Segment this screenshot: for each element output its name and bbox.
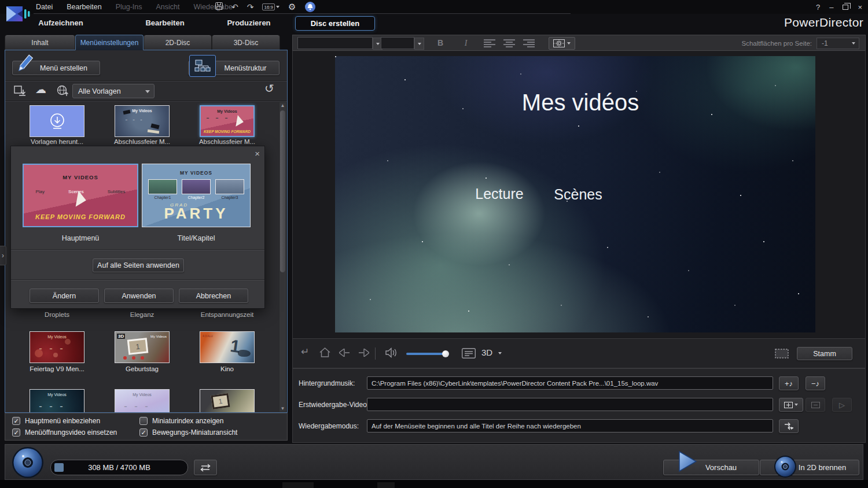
- change-disc-capacity-button[interactable]: [194, 460, 217, 475]
- menu-datei[interactable]: Datei: [36, 3, 53, 11]
- menubar-divider: [34, 13, 571, 14]
- menu-list-icon[interactable]: [462, 348, 476, 361]
- checkbox-label: Hauptmenü einbeziehen: [25, 417, 100, 425]
- add-music-button[interactable]: +♪: [779, 376, 799, 390]
- template-tile[interactable]: 1: [200, 389, 255, 413]
- tab-produzieren[interactable]: Produzieren: [211, 16, 286, 31]
- firstplay-video-input[interactable]: [367, 398, 773, 411]
- template-tile-selected[interactable]: My Videos ▬▬▬ KEEP MOVING FORWARD: [200, 105, 255, 137]
- tab-3d-disc[interactable]: 3D-Disc: [212, 35, 280, 50]
- template-download-tile[interactable]: [30, 105, 84, 137]
- playback-mode-input[interactable]: [367, 419, 773, 432]
- minimize-icon[interactable]: –: [829, 3, 833, 12]
- home-icon[interactable]: [319, 347, 330, 360]
- main-menu-preview[interactable]: MY VIDEOS Play Scenes Subtitles KEEP MOV…: [23, 164, 138, 227]
- gear-icon[interactable]: ⚙: [288, 2, 296, 12]
- film-frame-icon[interactable]: [775, 349, 789, 361]
- cloud-icon[interactable]: ☁: [35, 83, 46, 96]
- scrollbar-down-icon[interactable]: ▼: [279, 405, 286, 412]
- return-icon[interactable]: ↵: [301, 346, 309, 358]
- template-tile[interactable]: My Videos ▪▪▪▪▪▪: [115, 105, 170, 137]
- globe-icon[interactable]: [56, 85, 69, 99]
- help-icon[interactable]: ?: [816, 3, 820, 12]
- menu-bearbeiten[interactable]: Bearbeiten: [67, 3, 101, 11]
- cancel-button[interactable]: Abbrechen: [179, 289, 248, 303]
- scrollbar-thumb[interactable]: [280, 110, 285, 272]
- app-name: PowerDirector: [784, 16, 863, 29]
- template-tile[interactable]: My Videos ▬▬▬: [30, 331, 84, 363]
- 3d-mode-selector[interactable]: 3D: [481, 347, 502, 357]
- checkbox-check-icon: ✓: [13, 429, 19, 436]
- dialog-close-icon[interactable]: ×: [255, 149, 260, 158]
- capacity-used-chunk: [54, 463, 64, 472]
- volume-slider[interactable]: [406, 353, 448, 355]
- preview-button[interactable]: Vorschau: [663, 460, 759, 475]
- prev-icon[interactable]: [339, 349, 351, 359]
- disc-menu-scenes-button[interactable]: Scènes: [554, 186, 602, 203]
- template-tile[interactable]: My Videos ▬▬▬: [30, 389, 84, 413]
- align-right-icon[interactable]: [523, 39, 535, 50]
- template-label: Abschlussfeier M...: [102, 138, 182, 145]
- template-filter-select[interactable]: Alle Vorlagen: [72, 84, 155, 98]
- chapter-menu-preview[interactable]: MY VIDEOS Chapter1 Chapter2 Chapter3 GRA…: [142, 164, 251, 227]
- apply-all-pages-button[interactable]: Auf alle Seiten anwenden: [93, 258, 184, 272]
- save-icon[interactable]: [215, 2, 223, 12]
- remove-music-button[interactable]: −♪: [806, 376, 825, 390]
- next-icon[interactable]: [358, 349, 369, 359]
- apply-button[interactable]: Anwenden: [104, 289, 174, 303]
- menubar: Datei Bearbeiten Plug-Ins Ansicht Wieder…: [0, 0, 868, 14]
- import-template-icon[interactable]: [13, 85, 27, 99]
- checkbox-check-icon: ✓: [141, 429, 146, 436]
- remove-music-icon: −♪: [811, 379, 819, 388]
- undo-icon[interactable]: ↶: [231, 2, 238, 12]
- template-label: Vorlagen herunt...: [17, 138, 97, 145]
- add-firstplay-button[interactable]: [779, 398, 803, 412]
- background-music-input[interactable]: [367, 376, 773, 390]
- burn-2d-button[interactable]: In 2D brennen: [760, 460, 859, 475]
- buttons-per-page-select[interactable]: -1: [816, 38, 859, 49]
- swap-icon: [200, 464, 211, 472]
- bold-button[interactable]: B: [433, 37, 448, 49]
- italic-button[interactable]: I: [458, 37, 473, 49]
- tab-inhalt[interactable]: Inhalt: [5, 35, 75, 50]
- template-tile[interactable]: 3D My Videos 1: [115, 331, 170, 363]
- font-size-select[interactable]: [381, 37, 414, 49]
- capacity-display: 308 MB / 4700 MB: [50, 460, 188, 475]
- font-size-caret[interactable]: [414, 38, 424, 50]
- buttons-per-page-label: Schaltflächen pro Seite:: [742, 35, 812, 51]
- restore-icon[interactable]: [843, 5, 848, 10]
- button-layout-grid[interactable]: [549, 37, 575, 50]
- redo-icon[interactable]: ↷: [247, 2, 254, 12]
- checkbox-menuvideo[interactable]: ✓: [12, 428, 20, 437]
- playback-mode-button[interactable]: [779, 419, 799, 433]
- template-tile[interactable]: My Videos ▬▬▬: [115, 389, 170, 413]
- refresh-icon[interactable]: ↺: [264, 82, 274, 95]
- tab-2d-disc[interactable]: 2D-Disc: [144, 35, 212, 50]
- checkbox-hauptmenu[interactable]: ✓: [12, 417, 20, 425]
- disc-menu-play-button[interactable]: Lecture: [475, 186, 523, 202]
- template-label: Droplets: [17, 311, 97, 318]
- align-center-icon[interactable]: [503, 39, 515, 50]
- font-family-select[interactable]: [297, 37, 373, 49]
- aspect-ratio-icon[interactable]: 16:9: [262, 3, 279, 10]
- checkbox-bewegung[interactable]: ✓: [139, 428, 148, 437]
- volume-knob[interactable]: [442, 350, 449, 357]
- change-button[interactable]: Ändern: [30, 289, 99, 303]
- disc-menu-title[interactable]: Mes vidéos: [522, 90, 639, 116]
- close-icon[interactable]: ×: [858, 3, 862, 12]
- tab-bearbeiten[interactable]: Bearbeiten: [127, 16, 203, 31]
- checkbox-miniaturindex[interactable]: [139, 417, 148, 425]
- panel-collapse-handle[interactable]: ›: [0, 246, 6, 265]
- bell-icon[interactable]: [305, 2, 315, 12]
- play-triangle-icon: [676, 450, 698, 475]
- root-menu-button[interactable]: Stamm: [797, 347, 852, 360]
- download-icon: [47, 112, 67, 131]
- template-tile[interactable]: 4:3 ALU 1: [200, 331, 255, 363]
- tab-menueeinstellungen[interactable]: Menüeinstellungen: [75, 35, 144, 50]
- template-label: Eleganz: [102, 311, 182, 318]
- speaker-icon[interactable]: [385, 347, 398, 360]
- align-left-icon[interactable]: [484, 39, 495, 50]
- scrollbar-up-icon[interactable]: ▲: [279, 102, 286, 109]
- tab-disc-erstellen[interactable]: Disc erstellen: [295, 16, 375, 31]
- tab-aufzeichnen[interactable]: Aufzeichnen: [23, 16, 98, 31]
